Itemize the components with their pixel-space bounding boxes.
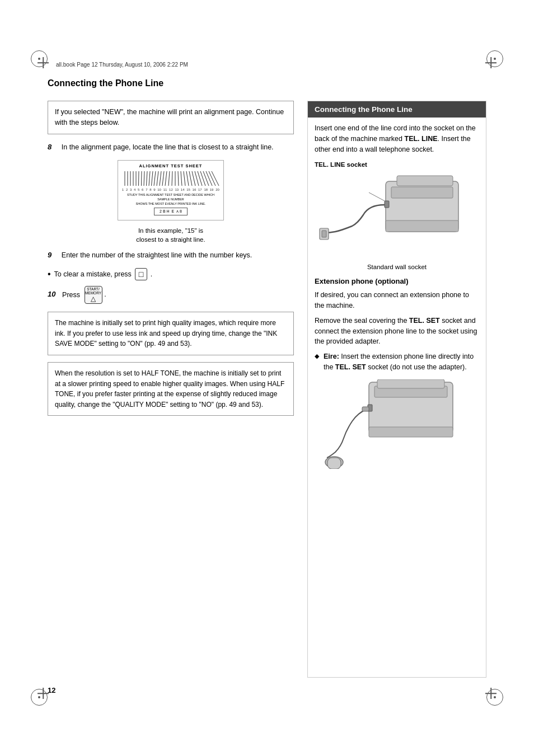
right-column-body: Insert one end of the line cord into the… [308, 123, 486, 475]
step-8: 8 In the alignment page, locate the line… [48, 142, 294, 153]
ext-intro-2: Remove the seal covering the TEL. SET so… [315, 316, 479, 347]
alignment-test-sheet: ALIGNMENT TEST SHEET [118, 160, 224, 220]
halftone-note: When the resolution is set to HALF TONE,… [48, 362, 294, 416]
svg-line-30 [209, 171, 216, 186]
svg-line-22 [186, 171, 189, 186]
cross-mark-bl [38, 688, 49, 699]
svg-rect-35 [386, 220, 458, 232]
ats-selection: 2 B H E ᴧ 8 [154, 208, 188, 215]
ats-title: ALIGNMENT TEST SHEET [121, 163, 221, 168]
ats-lines-row-1 [121, 170, 221, 187]
clear-bullet: • To clear a mistake, press □ . [48, 268, 294, 280]
step-10-period: . [104, 291, 106, 299]
right-column-header: Connecting the Phone Line [308, 101, 486, 118]
svg-line-21 [184, 171, 185, 186]
start-memory-bottom: MEMORY [85, 291, 101, 295]
step-8-text: In the alignment page, locate the line t… [62, 143, 274, 151]
svg-line-11 [154, 171, 156, 186]
svg-rect-47 [362, 407, 369, 411]
step-10-number: 10 [48, 290, 55, 299]
ink-note: The machine is initially set to print hi… [48, 312, 294, 355]
start-memory-top: START/ [87, 287, 100, 291]
svg-rect-38 [322, 231, 326, 237]
ext-intro-1: If desired, you can connect an extension… [315, 290, 479, 311]
eire-bullet-content: Eire: Insert the extension phone line di… [324, 351, 479, 373]
step-9-text: Enter the number of the straightest line… [62, 251, 252, 259]
svg-line-8 [146, 171, 147, 186]
svg-line-7 [144, 171, 144, 186]
svg-line-20 [181, 171, 182, 186]
step-9-number: 9 [48, 251, 51, 259]
left-column: If you selected "NEW", the machine will … [48, 101, 294, 678]
svg-line-17 [172, 171, 172, 186]
svg-line-31 [212, 171, 219, 186]
page-number: 12 [48, 686, 55, 694]
two-col-layout: If you selected "NEW", the machine will … [48, 101, 486, 678]
svg-line-12 [157, 171, 158, 186]
clear-bullet-text: To clear a mistake, press [54, 270, 132, 278]
eire-bullet-text: Insert the extension phone line directly… [324, 353, 474, 371]
step-9: 9 Enter the number of the straightest li… [48, 250, 294, 261]
svg-line-28 [203, 171, 209, 186]
cross-mark-br [485, 688, 496, 699]
svg-rect-46 [327, 458, 341, 469]
svg-rect-34 [397, 176, 453, 186]
svg-line-23 [189, 171, 192, 186]
start-icon: △ [91, 295, 96, 303]
clear-key-icon: □ [135, 268, 147, 280]
step-8-number: 8 [48, 143, 51, 151]
bullet-dot: • [48, 270, 51, 279]
fax-machine-diagram [318, 170, 475, 260]
svg-line-19 [178, 171, 179, 186]
meta-line: all.book Page 12 Thursday, August 10, 20… [56, 62, 188, 68]
right-column: Connecting the Phone Line Insert one end… [307, 101, 486, 678]
svg-rect-43 [369, 427, 453, 437]
ats-lines-svg [122, 170, 220, 187]
svg-line-5 [138, 171, 139, 186]
svg-line-16 [168, 171, 170, 186]
svg-line-24 [192, 171, 195, 186]
svg-line-13 [160, 171, 161, 186]
svg-rect-36 [385, 201, 389, 208]
ats-text: STUDY THIS ALIGNMENT TEST SHEET AND DECI… [121, 193, 221, 206]
svg-line-10 [151, 171, 153, 186]
note-box: If you selected "NEW", the machine will … [48, 101, 294, 134]
period: . [151, 270, 152, 278]
ats-numbers: 12345 678910 1112131415 1617181920 [121, 188, 221, 191]
svg-rect-33 [391, 187, 453, 198]
svg-rect-42 [377, 379, 444, 388]
step-10-text: Press [62, 291, 82, 299]
alignment-caption: In this example, "15" is closest to a st… [48, 226, 294, 244]
cross-mark-tr [485, 57, 496, 68]
cross-mark-tl [38, 57, 49, 68]
tel-line-diagram: TEL. LINE socket [315, 161, 479, 270]
diamond-icon: ◆ [315, 351, 319, 373]
wall-socket-label: Standard wall socket [315, 264, 479, 270]
page-container: all.book Page 12 Thursday, August 10, 20… [0, 0, 534, 756]
extension-phone-diagram [324, 379, 470, 469]
svg-line-29 [206, 171, 212, 186]
ext-phone-heading: Extension phone (optional) [315, 277, 479, 285]
content-area: Connecting the Phone Line If you selecte… [48, 78, 486, 678]
svg-line-6 [141, 171, 142, 186]
step-10: 10 Press START/ MEMORY △ . [48, 286, 294, 304]
svg-line-14 [162, 171, 164, 186]
right-intro: Insert one end of the line cord into the… [315, 123, 479, 154]
svg-line-15 [165, 171, 167, 186]
svg-line-9 [149, 171, 150, 186]
ext-eire-bullet: ◆ Eire: Insert the extension phone line … [315, 351, 479, 373]
svg-line-39 [369, 192, 385, 201]
tel-line-label: TEL. LINE socket [315, 161, 479, 168]
page-heading: Connecting the Phone Line [48, 78, 486, 91]
start-memory-button: START/ MEMORY △ [85, 286, 102, 304]
